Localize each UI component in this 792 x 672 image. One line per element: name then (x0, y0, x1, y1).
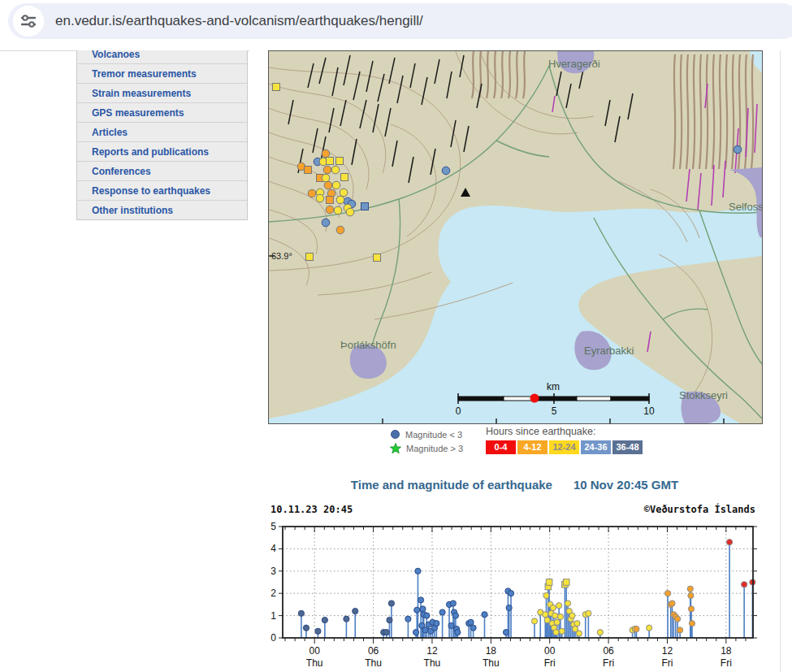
scalebar-unit: km (547, 381, 560, 392)
map-quake-marker (361, 203, 369, 210)
map-quake-marker (306, 254, 314, 261)
map-quake-marker (336, 196, 344, 204)
sidebar-item-response-to-earthquakes[interactable]: Response to earthquakes (77, 180, 247, 200)
hours-bin-24-36: 24-36 (581, 440, 611, 454)
chart-ticks (279, 527, 757, 644)
map-quake-marker (326, 206, 334, 214)
scalebar-position-dot (530, 394, 539, 403)
quake-point (565, 600, 570, 606)
sidebar-item-tremor-measurements[interactable]: Tremor measurements (77, 63, 247, 83)
quake-point (455, 630, 461, 635)
map-quake-marker (327, 197, 334, 204)
quake-point (322, 617, 327, 622)
magnitude-legend: Magnitude < 3 Magnitude > 3 (390, 427, 463, 455)
quake-point (482, 612, 487, 618)
quake-point (503, 630, 509, 635)
url-text[interactable]: en.vedur.is/earthquakes-and-volcanism/ea… (55, 13, 423, 29)
svg-text:Fri: Fri (721, 657, 732, 669)
map-quake-marker (323, 166, 331, 174)
quake-point (424, 613, 430, 618)
sidebar-item-gps-measurements[interactable]: GPS measurements (77, 102, 247, 122)
svg-text:Thu: Thu (483, 657, 500, 669)
svg-text:12: 12 (662, 645, 673, 657)
map-quake-marker (346, 208, 354, 216)
svg-text:06: 06 (603, 645, 614, 657)
map-quake-marker (327, 158, 334, 165)
quake-point (647, 625, 652, 631)
map-quake-marker (322, 219, 330, 227)
quake-point (550, 605, 556, 610)
quake-point (726, 540, 732, 545)
svg-text:4: 4 (270, 543, 276, 554)
map-quake-marker (322, 150, 330, 158)
scalebar-tick-label: 5 (552, 405, 557, 417)
site-settings-chip[interactable] (13, 6, 44, 37)
sidebar-item-other-institutions[interactable]: Other institutions (77, 200, 247, 219)
sidebar-item-label: Strain measurements (92, 88, 191, 99)
chart-stems (301, 542, 752, 638)
svg-text:18: 18 (721, 645, 732, 657)
map-quake-marker (374, 254, 381, 262)
map-quake-marker (334, 206, 342, 215)
quake-point (669, 600, 675, 606)
quake-point (576, 631, 582, 636)
sidebar-item-volcanoes[interactable]: Volcanoes (77, 50, 247, 63)
sidebar-item-reports-and-publications[interactable]: Reports and publications (77, 141, 247, 161)
quake-point (508, 591, 513, 596)
svg-text:3: 3 (270, 566, 276, 577)
quake-point (634, 626, 639, 631)
quake-point (543, 612, 548, 618)
map-image: HveragerðiSelfossÞorlákshöfnEyrarbakkiSt… (269, 51, 762, 423)
sidebar-item-strain-measurements[interactable]: Strain measurements (77, 83, 247, 102)
map-quake-marker (324, 181, 332, 189)
quake-point (388, 600, 394, 606)
quake-point (468, 619, 474, 625)
page: en.vedur.is/earthquakes-and-volcanism/ea… (0, 0, 792, 672)
quake-point (315, 628, 321, 634)
map-latitude-label: 63.9° (271, 251, 292, 261)
map-quake-marker (340, 189, 348, 197)
svg-text:2: 2 (270, 587, 276, 599)
sidebar-item-label: Other institutions (92, 205, 173, 216)
sidebar-item-label: Conferences (92, 166, 151, 177)
quake-point (298, 610, 304, 616)
chart-header: 10.11.23 20:45 ©Veðurstofa Íslands (270, 504, 758, 517)
map-label-stokkseyri: Stokkseyri (679, 389, 728, 401)
sidebar-nav: VolcanoesTremor measurementsStrain measu… (76, 50, 248, 220)
chart-points (298, 540, 755, 637)
chart-title-datetime: 10 Nov 20:45 GMT (573, 478, 678, 492)
map-label-selfoss: Selfoss (729, 201, 762, 213)
quake-point (450, 600, 456, 606)
map-quake-marker (336, 158, 344, 165)
svg-text:18: 18 (486, 645, 497, 657)
quake-point (452, 613, 458, 618)
quake-point (422, 627, 428, 633)
quake-point (413, 630, 418, 635)
sidebar-item-articles[interactable]: Articles (77, 122, 247, 141)
sidebar-item-label: Response to earthquakes (92, 185, 210, 197)
quake-point (439, 609, 445, 615)
quake-point (546, 579, 552, 586)
scalebar-tick-label: 0 (456, 405, 461, 417)
quake-point (353, 609, 358, 614)
map-quake-marker (305, 167, 312, 174)
quake-point (506, 605, 512, 610)
earthquake-map: HveragerðiSelfossÞorlákshöfnEyrarbakkiSt… (268, 50, 763, 424)
hours-bin-4-12: 4-12 (517, 440, 547, 454)
hours-bin-0-4: 0-4 (486, 440, 516, 454)
map-quake-marker (308, 189, 316, 197)
quake-point (556, 603, 562, 609)
quake-point (415, 568, 421, 574)
quake-point (543, 592, 549, 598)
svg-text:Thu: Thu (424, 657, 441, 669)
map-quake-marker (332, 181, 340, 189)
chart-title-text: Time and magnitude of earthquake (351, 478, 552, 492)
svg-text:06: 06 (368, 645, 379, 657)
map-quake-marker (331, 166, 340, 174)
quake-point (552, 613, 558, 618)
sidebar-item-conferences[interactable]: Conferences (77, 161, 247, 180)
chart-grid (283, 527, 753, 638)
quake-point (405, 616, 411, 622)
browser-url-bar[interactable]: en.vedur.is/earthquakes-and-volcanism/ea… (8, 3, 792, 39)
magnitude-chart-plot: 00Thu06Thu12Thu18Thu00Fri06Fri12Fri18Fri… (268, 520, 792, 672)
